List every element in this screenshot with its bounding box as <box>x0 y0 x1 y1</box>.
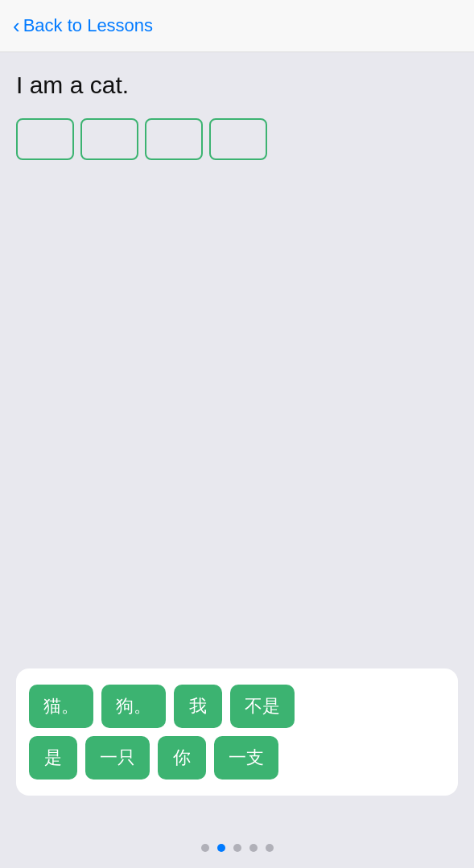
answer-boxes <box>16 118 458 160</box>
word-bank-card: 猫。 狗。 我 不是 是 一只 你 一支 <box>16 668 458 796</box>
word-bank-row-2: 是 一只 你 一支 <box>29 736 445 780</box>
answer-box-3[interactable] <box>145 118 203 160</box>
word-chip-yizhi2[interactable]: 一支 <box>214 736 278 780</box>
pagination-dots <box>0 834 474 868</box>
sentence-text: I am a cat. <box>16 72 458 99</box>
word-chip-bushi[interactable]: 不是 <box>230 685 295 728</box>
back-label: Back to Lessons <box>23 15 153 36</box>
word-chip-wo[interactable]: 我 <box>174 685 222 728</box>
word-bank-row-1: 猫。 狗。 我 不是 <box>29 685 445 728</box>
pagination-dot-3[interactable] <box>233 844 241 852</box>
answer-box-2[interactable] <box>80 118 138 160</box>
word-chip-mao[interactable]: 猫。 <box>29 685 93 728</box>
main-content: I am a cat. 猫。 狗。 我 不是 是 一只 你 一支 <box>0 52 474 834</box>
word-chip-ni[interactable]: 你 <box>158 736 206 780</box>
answer-box-4[interactable] <box>209 118 267 160</box>
pagination-dot-5[interactable] <box>266 844 274 852</box>
pagination-dot-2[interactable] <box>217 844 225 852</box>
pagination-dot-4[interactable] <box>249 844 258 852</box>
word-chip-shi[interactable]: 是 <box>29 736 77 780</box>
answer-box-1[interactable] <box>16 118 74 160</box>
back-button[interactable]: ‹ Back to Lessons <box>13 15 153 36</box>
pagination-dot-1[interactable] <box>201 844 209 852</box>
nav-bar: ‹ Back to Lessons <box>0 0 474 52</box>
word-chip-yizhi[interactable]: 一只 <box>85 736 150 780</box>
word-chip-gou[interactable]: 狗。 <box>101 685 166 728</box>
back-chevron-icon: ‹ <box>13 15 20 36</box>
